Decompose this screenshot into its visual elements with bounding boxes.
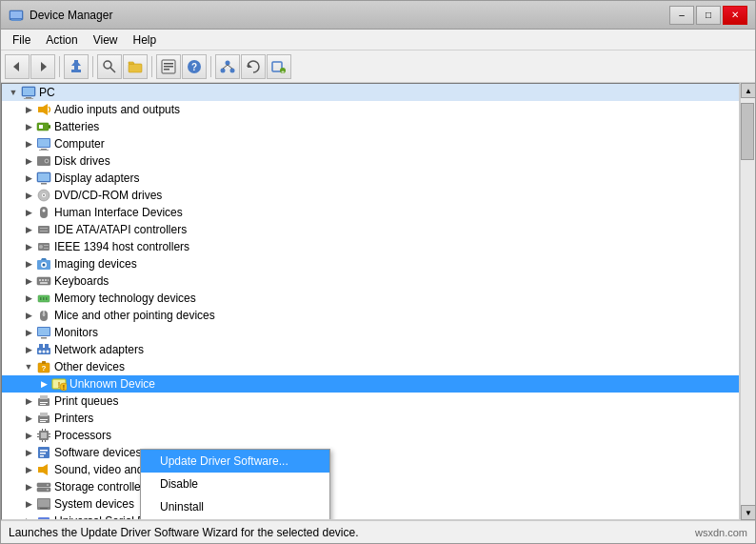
pc-icon — [21, 85, 36, 100]
tree-item-software[interactable]: ▶ Software devices — [2, 444, 739, 461]
forward-button[interactable] — [30, 54, 55, 79]
restore-button[interactable]: □ — [696, 6, 721, 25]
tree-item-dvd[interactable]: ▶ DVD/CD-ROM drives — [2, 187, 739, 204]
tree-item-software-label: Software devices — [54, 446, 141, 459]
title-bar-buttons: – □ ✕ — [669, 6, 747, 25]
minimize-button[interactable]: – — [669, 6, 694, 25]
tree-item-unknown-label: Unknown Device — [70, 377, 155, 391]
expand-pc[interactable]: ▼ — [6, 84, 21, 101]
toolbar-sep-1 — [59, 56, 60, 77]
tree-item-unknown[interactable]: ▶ ! ! Unknown Device — [2, 375, 739, 393]
tree-item-usb[interactable]: ▶ Universal Serial Bus controllers — [2, 513, 739, 520]
tree-item-display-label: Display adapters — [54, 171, 139, 185]
expand-dvd[interactable]: ▶ — [21, 187, 36, 204]
tree-item-disk[interactable]: ▶ Disk drives — [2, 152, 739, 170]
svg-marker-59 — [41, 258, 47, 260]
tree-item-computer[interactable]: ▶ Computer — [2, 135, 739, 152]
tree-panel[interactable]: ▼ PC ▶ — [1, 83, 740, 520]
svg-marker-3 — [13, 62, 19, 71]
tree-item-processors-label: Processors — [54, 429, 111, 442]
scan-button[interactable]: + — [267, 54, 291, 79]
ctx-disable[interactable]: Disable — [141, 473, 329, 495]
expand-computer[interactable]: ▶ — [21, 135, 36, 152]
expand-ieee[interactable]: ▶ — [21, 238, 36, 255]
scroll-up-button[interactable]: ▲ — [741, 83, 755, 98]
back-button[interactable] — [5, 54, 30, 79]
expand-usb[interactable]: ▶ — [21, 513, 36, 520]
tree-item-system[interactable]: ▶ System devices — [2, 495, 739, 513]
refresh-button[interactable] — [241, 54, 266, 79]
expand-print-queues[interactable]: ▶ — [21, 393, 36, 410]
help-icon: ? — [187, 59, 202, 74]
ctx-update-driver[interactable]: Update Driver Software... — [141, 450, 329, 473]
unknown-device-icon: ! ! — [51, 376, 67, 392]
menu-help[interactable]: Help — [126, 31, 165, 49]
close-button[interactable]: ✕ — [723, 6, 747, 25]
tree-item-print-queues[interactable]: ▶ Print queues — [2, 393, 739, 410]
expand-batteries[interactable]: ▶ — [21, 118, 36, 135]
properties-button[interactable] — [156, 54, 181, 79]
svg-rect-71 — [46, 297, 48, 300]
expand-memory[interactable]: ▶ — [21, 290, 36, 307]
menu-action[interactable]: Action — [38, 31, 85, 49]
scroll-down-button[interactable]: ▼ — [741, 505, 755, 520]
network-icon — [220, 59, 235, 74]
expand-mice[interactable]: ▶ — [21, 307, 36, 324]
network-button[interactable] — [215, 54, 240, 79]
expand-audio[interactable]: ▶ — [21, 101, 36, 118]
expand-imaging[interactable]: ▶ — [21, 255, 36, 272]
tree-item-printers[interactable]: ▶ Printers — [2, 410, 739, 427]
expand-processors[interactable]: ▶ — [21, 427, 36, 444]
tree-item-imaging[interactable]: ▶ Imaging devices — [2, 255, 739, 272]
expand-system[interactable]: ▶ — [21, 495, 36, 513]
svg-point-117 — [47, 484, 49, 486]
keyboards-icon — [36, 273, 51, 289]
svg-rect-122 — [38, 517, 50, 520]
tree-item-monitors[interactable]: ▶ Monitors — [2, 324, 739, 341]
svg-marker-4 — [41, 62, 47, 71]
expand-other[interactable]: ▼ — [21, 358, 36, 375]
tree-item-batteries[interactable]: ▶ Batteries — [2, 118, 739, 135]
expand-ide[interactable]: ▶ — [21, 221, 36, 238]
tree-item-ide[interactable]: ▶ IDE ATA/ATAPI controllers — [2, 221, 739, 238]
tree-item-other[interactable]: ▼ ? Other devices — [2, 358, 739, 375]
svg-point-82 — [43, 351, 46, 353]
scroll-thumb[interactable] — [741, 103, 754, 160]
tree-item-display[interactable]: ▶ Display adapters — [2, 170, 739, 187]
tree-item-network[interactable]: ▶ Network adapters — [2, 341, 739, 358]
scroll-track[interactable] — [741, 98, 755, 505]
menu-file[interactable]: File — [5, 31, 38, 49]
folders-button[interactable] — [123, 54, 148, 79]
expand-display[interactable]: ▶ — [21, 170, 36, 187]
tree-item-ieee[interactable]: ▶ IEEE 1394 host controllers — [2, 238, 739, 255]
tree-item-storage[interactable]: ▶ Storage controllers — [2, 478, 739, 495]
svg-point-20 — [230, 68, 235, 72]
expand-monitors[interactable]: ▶ — [21, 324, 36, 341]
expand-hid[interactable]: ▶ — [21, 204, 36, 221]
imaging-icon — [36, 256, 51, 272]
svg-point-18 — [226, 60, 230, 65]
tree-item-sound[interactable]: ▶ Sound, video and game controllers — [2, 461, 739, 478]
up-button[interactable] — [64, 54, 89, 79]
expand-disk[interactable]: ▶ — [21, 152, 36, 170]
menu-view[interactable]: View — [86, 31, 126, 49]
computer-icon — [36, 136, 51, 151]
tree-item-audio[interactable]: ▶ Audio inputs and outputs — [2, 101, 739, 118]
expand-network[interactable]: ▶ — [21, 341, 36, 358]
tree-item-mice[interactable]: ▶ Mice and other pointing devices — [2, 307, 739, 324]
expand-keyboards[interactable]: ▶ — [21, 272, 36, 290]
search-button[interactable] — [97, 54, 122, 79]
ctx-uninstall[interactable]: Uninstall — [141, 495, 329, 518]
tree-item-memory[interactable]: ▶ Memory technology devices — [2, 290, 739, 307]
expand-storage[interactable]: ▶ — [21, 478, 36, 495]
expand-printers[interactable]: ▶ — [21, 410, 36, 427]
tree-item-hid[interactable]: ▶ Human Interface Devices — [2, 204, 739, 221]
expand-software[interactable]: ▶ — [21, 444, 36, 461]
tree-item-processors[interactable]: ▶ Processors — [2, 427, 739, 444]
system-icon — [36, 496, 51, 512]
tree-item-pc[interactable]: ▼ PC — [2, 84, 739, 101]
expand-unknown[interactable]: ▶ — [36, 375, 51, 393]
tree-item-keyboards[interactable]: ▶ Keyboards — [2, 272, 739, 290]
expand-sound[interactable]: ▶ — [21, 461, 36, 478]
help-button[interactable]: ? — [182, 54, 207, 79]
